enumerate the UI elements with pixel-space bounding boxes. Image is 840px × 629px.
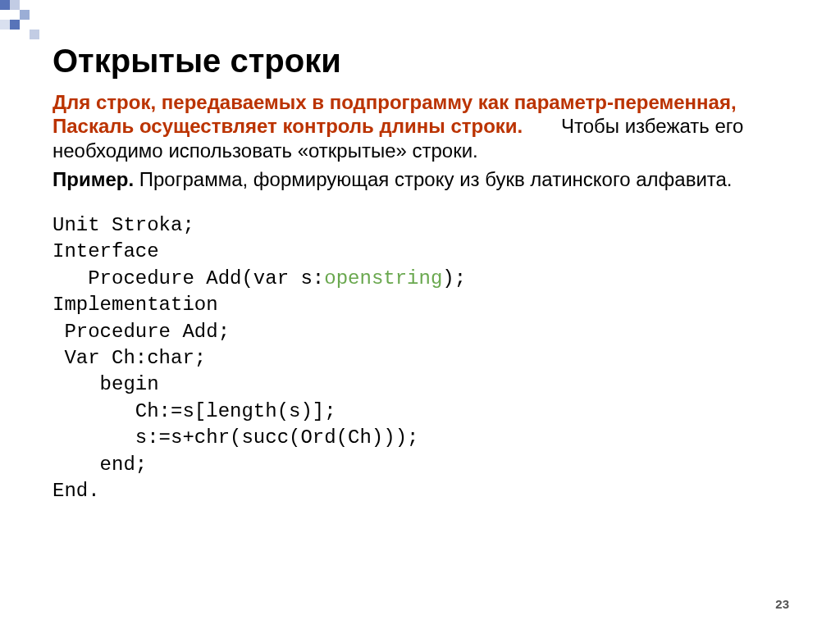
code-line-3b: );: [442, 267, 466, 289]
paragraph-intro: Для строк, передаваемых в подпрограмму к…: [52, 90, 791, 162]
code-keyword-openstring: openstring: [324, 267, 442, 289]
slide-title: Открытые строки: [52, 43, 791, 79]
code-line-7: begin: [52, 373, 159, 395]
body-text: Для строк, передаваемых в подпрограмму к…: [52, 90, 791, 504]
code-line-1: Unit Stroka;: [52, 214, 194, 236]
example-text: Программа, формирующая строку из букв ла…: [134, 168, 732, 190]
code-line-3a: Procedure Add(var s:: [52, 267, 324, 289]
code-line-9: s:=s+chr(succ(Ord(Ch)));: [52, 426, 418, 449]
paragraph-example: Пример. Программа, формирующая строку из…: [52, 167, 791, 191]
code-line-11: End.: [52, 480, 100, 502]
slide-content: Открытые строки Для строк, передаваемых …: [0, 0, 840, 629]
code-line-8: Ch:=s[length(s)];: [52, 400, 336, 422]
code-line-4: Implementation: [52, 294, 218, 316]
example-label: Пример.: [52, 168, 134, 190]
code-block: Unit Stroka; Interface Procedure Add(var…: [52, 212, 791, 504]
code-line-6: Var Ch:char;: [52, 347, 206, 369]
page-number: 23: [775, 597, 789, 611]
code-line-5: Procedure Add;: [52, 321, 230, 343]
code-line-2: Interface: [52, 240, 159, 262]
code-line-10: end;: [52, 454, 147, 476]
